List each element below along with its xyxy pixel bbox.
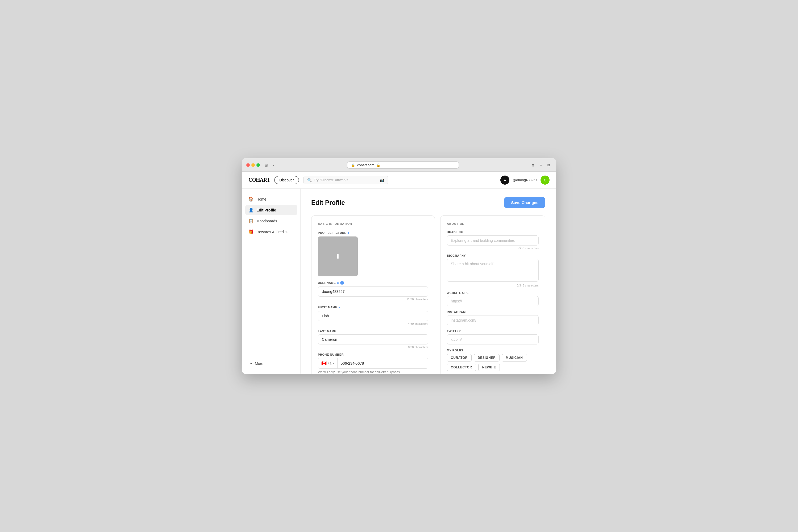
url-display: cohart.com xyxy=(357,163,374,167)
sidebar-item-moodboards[interactable]: 📋 Moodboards xyxy=(245,216,297,226)
phone-label: PHONE NUMBER xyxy=(318,353,428,356)
role-musician[interactable]: MUSICIAN xyxy=(502,354,527,361)
headline-label: HEADLINE xyxy=(447,231,539,234)
new-tab-button[interactable]: + xyxy=(538,163,544,168)
address-bar-wrapper: 🔒 cohart.com 🔒 xyxy=(279,162,527,169)
rewards-icon: 🎁 xyxy=(248,229,254,234)
camera-icon[interactable]: 📷 xyxy=(380,178,384,182)
app-header: COHART Discover 🔍 Try "Dreamy" artworks … xyxy=(242,172,556,189)
last-name-char-count: 0/30 characters xyxy=(318,345,428,349)
basic-info-card: BASIC INFORMATION PROFILE PICTURE ● ⬆ xyxy=(311,215,435,374)
browser-chrome: ⊞ ‹ 🔒 cohart.com 🔒 ⬆ + ⧉ xyxy=(242,158,556,172)
more-button[interactable]: ⋯ More xyxy=(245,359,297,368)
first-name-group: FIRST NAME ● 4/30 characters xyxy=(318,305,428,325)
role-designer[interactable]: DESIGNER xyxy=(474,354,499,361)
first-name-label: FIRST NAME ● xyxy=(318,305,428,309)
minimize-button[interactable] xyxy=(251,163,255,167)
required-dot-username: ● xyxy=(337,281,339,285)
phone-field[interactable]: 🇨🇦 +1 ▾ xyxy=(318,358,428,369)
profile-picture-label: PROFILE PICTURE ● xyxy=(318,231,428,235)
username-char-count: 11/30 characters xyxy=(318,298,428,301)
about-me-card: ABOUT ME HEADLINE 0/50 characters BIOGRA… xyxy=(440,215,545,374)
last-name-input[interactable] xyxy=(318,334,428,344)
avatar-button[interactable]: C xyxy=(540,175,550,185)
save-changes-button[interactable]: Save Changes xyxy=(504,197,545,208)
roles-label: MY ROLES xyxy=(447,349,539,352)
role-curator[interactable]: CURATOR xyxy=(447,354,472,361)
phone-group: PHONE NUMBER 🇨🇦 +1 ▾ We will only use yo… xyxy=(318,353,428,374)
back-button[interactable]: ‹ xyxy=(271,163,276,168)
notification-button[interactable]: ● xyxy=(500,175,509,185)
discover-button[interactable]: Discover xyxy=(274,176,299,184)
sidebar-item-home[interactable]: 🏠 Home xyxy=(245,194,297,204)
maximize-button[interactable] xyxy=(256,163,260,167)
first-name-input[interactable] xyxy=(318,311,428,321)
profile-icon: 👤 xyxy=(248,208,254,212)
basic-info-title: BASIC INFORMATION xyxy=(318,222,428,225)
required-dot: ● xyxy=(347,231,350,235)
required-dot-first: ● xyxy=(338,305,341,309)
search-bar[interactable]: 🔍 Try "Dreamy" artworks 📷 xyxy=(303,176,388,184)
biography-group: BIOGRAPHY 0/345 characters xyxy=(447,254,539,287)
roles-group: MY ROLES CURATOR DESIGNER MUSICIAN COLLE… xyxy=(447,349,539,371)
page-title: Edit Profile xyxy=(311,199,345,206)
username-info-icon: i xyxy=(340,281,344,285)
twitter-input[interactable] xyxy=(447,334,539,344)
close-button[interactable] xyxy=(246,163,250,167)
moodboards-icon: 📋 xyxy=(248,218,254,224)
twitter-label: TWITTER xyxy=(447,329,539,333)
sidebar-rewards-label: Rewards & Credits xyxy=(256,230,288,234)
username-display: @duong483257 xyxy=(513,178,537,182)
username-group: USERNAME ● i 11/30 characters xyxy=(318,281,428,301)
search-placeholder: Try "Dreamy" artworks xyxy=(314,178,348,182)
header-right: ● @duong483257 C xyxy=(500,175,550,185)
instagram-input[interactable] xyxy=(447,315,539,325)
phone-prefix[interactable]: 🇨🇦 +1 ▾ xyxy=(318,358,338,368)
website-input[interactable] xyxy=(447,296,539,306)
about-me-title: ABOUT ME xyxy=(447,222,539,225)
twitter-group: TWITTER xyxy=(447,329,539,344)
username-input[interactable] xyxy=(318,286,428,297)
address-bar[interactable]: 🔒 cohart.com 🔒 xyxy=(347,162,459,169)
role-newbie[interactable]: NEWBIE xyxy=(478,364,500,371)
website-group: WEBSITE URL xyxy=(447,291,539,306)
share-button[interactable]: ⬆ xyxy=(530,163,536,168)
last-name-label: LAST NAME xyxy=(318,329,428,333)
more-dots-icon: ⋯ xyxy=(248,361,252,366)
sidebar-moodboards-label: Moodboards xyxy=(256,219,277,223)
profile-picture-upload[interactable]: ⬆ xyxy=(318,236,358,277)
role-collector[interactable]: COLLECTOR xyxy=(447,364,476,371)
content-area: Edit Profile Save Changes BASIC INFORMAT… xyxy=(301,189,556,374)
sidebar-item-rewards[interactable]: 🎁 Rewards & Credits xyxy=(245,227,297,237)
username-label: USERNAME ● i xyxy=(318,281,428,285)
sidebar-toggle-button[interactable]: ⊞ xyxy=(263,163,269,168)
biography-input[interactable] xyxy=(447,259,539,282)
biography-char-count: 0/345 characters xyxy=(447,284,539,287)
favicon-icon: 🔒 xyxy=(351,163,355,167)
dropdown-arrow-icon: ▾ xyxy=(333,362,334,365)
profile-picture-group: PROFILE PICTURE ● ⬆ xyxy=(318,231,428,277)
headline-input[interactable] xyxy=(447,235,539,246)
upload-icon: ⬆ xyxy=(335,253,341,260)
two-col-layout: BASIC INFORMATION PROFILE PICTURE ● ⬆ xyxy=(311,215,545,374)
headline-char-count: 0/50 characters xyxy=(447,247,539,250)
instagram-label: INSTAGRAM xyxy=(447,310,539,314)
phone-note: We will only use your phone number for d… xyxy=(318,370,428,374)
tab-overview-button[interactable]: ⧉ xyxy=(546,162,552,168)
sidebar-home-label: Home xyxy=(256,197,266,201)
instagram-group: INSTAGRAM xyxy=(447,310,539,325)
traffic-lights xyxy=(246,163,260,167)
bell-icon: ● xyxy=(504,178,506,182)
phone-input[interactable] xyxy=(338,359,428,368)
sidebar-edit-profile-label: Edit Profile xyxy=(256,208,276,212)
chrome-actions: ⬆ + ⧉ xyxy=(530,162,552,168)
app-wrapper: COHART Discover 🔍 Try "Dreamy" artworks … xyxy=(242,172,556,374)
headline-group: HEADLINE 0/50 characters xyxy=(447,231,539,250)
roles-row: CURATOR DESIGNER MUSICIAN COLLECTOR NEWB… xyxy=(447,354,539,371)
biography-label: BIOGRAPHY xyxy=(447,254,539,257)
sidebar-item-edit-profile[interactable]: 👤 Edit Profile xyxy=(245,205,297,215)
browser-window: ⊞ ‹ 🔒 cohart.com 🔒 ⬆ + ⧉ COHART Discover xyxy=(242,158,556,374)
main-layout: 🏠 Home 👤 Edit Profile 📋 Moodboards 🎁 Rew… xyxy=(242,189,556,374)
home-icon: 🏠 xyxy=(248,196,254,202)
sidebar-bottom: ⋯ More xyxy=(245,359,297,368)
